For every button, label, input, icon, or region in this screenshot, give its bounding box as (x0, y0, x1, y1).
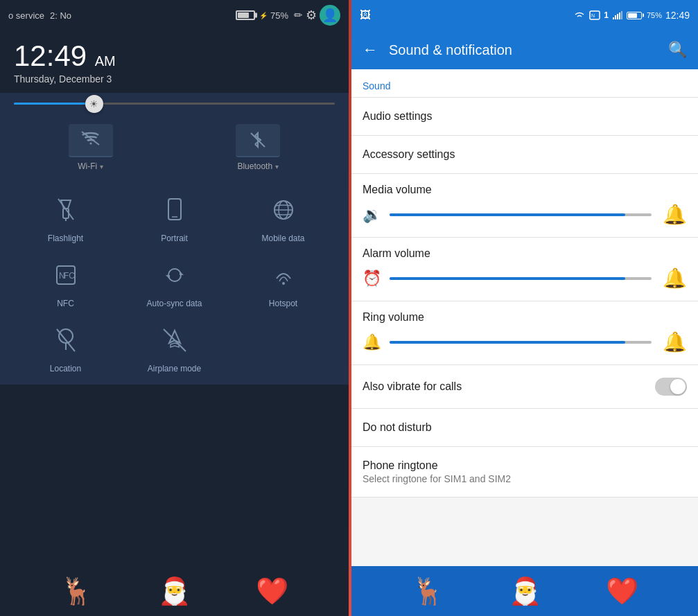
svg-marker-16 (166, 275, 170, 279)
media-volume-icon: 🔉 (363, 206, 381, 224)
date-display: Thursday, December 3 (14, 73, 335, 85)
portrait-label: Portrait (161, 234, 188, 243)
flashlight-item[interactable]: Flashlight (31, 192, 101, 243)
alarm-volume-icon: ⏰ (363, 270, 381, 288)
status-time-right: 12:49 (665, 10, 690, 21)
avatar[interactable]: 👤 (320, 5, 340, 26)
wifi-icon-box[interactable] (69, 124, 113, 157)
sim2-text: 2: No (50, 10, 71, 21)
pencil-icon: ✏ (294, 9, 303, 21)
status-right-icons: N 1 75% 12:49 (573, 10, 690, 21)
alarm-volume-track[interactable] (390, 277, 652, 280)
nfc-item[interactable]: N FC NFC (31, 257, 101, 308)
battery-white: 75% (627, 11, 662, 19)
audio-settings-item[interactable]: Audio settings (351, 98, 698, 136)
location-item[interactable]: Location (31, 322, 101, 373)
search-button[interactable]: 🔍 (668, 41, 687, 59)
brightness-thumb[interactable]: ☀ (85, 95, 103, 113)
nfc-icon: N FC (48, 257, 84, 293)
svg-point-0 (89, 143, 91, 145)
mobile-data-item[interactable]: Mobile data (249, 192, 318, 243)
battery-fill (238, 12, 250, 18)
ring-volume-item: Ring volume 🔔 🔔 (351, 301, 698, 365)
phone-ringtone-item[interactable]: Phone ringtone Select ringtone for SIM1 … (351, 447, 698, 498)
brightness-slider[interactable]: ☀ (14, 103, 335, 105)
hotspot-item[interactable]: Hotspot (249, 257, 318, 308)
ring-volume-icon: 🔔 (363, 333, 381, 351)
svg-rect-26 (619, 12, 620, 19)
wifi-off-icon (80, 130, 101, 150)
accessory-settings-item[interactable]: Accessory settings (351, 136, 698, 174)
brightness-track[interactable]: ☀ (14, 103, 335, 105)
service-text: o service (8, 10, 44, 21)
media-volume-title: Media volume (363, 184, 687, 196)
ring-bell-emoji: 🔔 (663, 331, 687, 353)
battery-fill-white (628, 13, 638, 18)
dock-emoji-1[interactable]: 🦌 (60, 576, 93, 606)
ring-volume-fill (390, 341, 625, 344)
location-label: Location (50, 364, 81, 373)
dock-right-emoji-1[interactable]: 🦌 (412, 576, 444, 606)
vibrate-toggle-switch[interactable] (655, 378, 687, 396)
media-volume-track[interactable] (390, 213, 652, 216)
bluetooth-label-row: Bluetooth ▾ (237, 161, 279, 171)
vibrate-toggle-thumb (670, 379, 686, 394)
svg-rect-27 (621, 11, 622, 19)
left-panel: o service 2: No ⚡ 75% ✏ ⚙ 👤 12:49 AM Thu… (0, 0, 349, 616)
flashlight-label: Flashlight (48, 234, 83, 243)
wifi-label: Wi-Fi (78, 161, 97, 171)
svg-point-17 (282, 282, 285, 285)
dock-emoji-3[interactable]: ❤️ (256, 576, 288, 606)
bottom-dock-right: 🦌 🎅 ❤️ (351, 566, 698, 616)
accessory-settings-title: Accessory settings (363, 148, 687, 161)
mobile-data-icon (265, 192, 302, 228)
toggle-row-1: Wi-Fi ▾ Bluetooth ▾ (0, 120, 349, 175)
bluetooth-toggle[interactable]: Bluetooth ▾ (220, 124, 296, 171)
ring-volume-track[interactable] (390, 341, 652, 344)
alarm-volume-fill (390, 277, 625, 280)
svg-line-20 (164, 329, 186, 351)
airplane-label: Airplane mode (148, 364, 201, 373)
svg-rect-23 (613, 17, 614, 19)
nfc-status-icon: N (589, 10, 600, 20)
wifi-label-row: Wi-Fi ▾ (78, 161, 103, 171)
signal-icon (612, 10, 623, 20)
battery-indicator: ⚡ 75% ✏ ⚙ 👤 (236, 5, 340, 26)
auto-sync-item[interactable]: Auto-sync data (140, 257, 209, 308)
bluetooth-icon-box[interactable] (236, 124, 280, 157)
dock-emoji-2[interactable]: 🎅 (158, 576, 191, 606)
audio-settings-title: Audio settings (363, 110, 687, 123)
quick-settings-grid: Flashlight Portrait (0, 181, 349, 385)
sim-indicator: 1 (604, 10, 609, 20)
airplane-item[interactable]: Airplane mode (140, 322, 209, 373)
back-button[interactable]: ← (363, 41, 378, 59)
portrait-icon (157, 192, 193, 228)
phone-ringtone-subtitle: Select ringtone for SIM1 and SIM2 (363, 473, 687, 484)
alarm-volume-title: Alarm volume (363, 247, 687, 260)
do-not-disturb-item[interactable]: Do not disturb (351, 409, 698, 447)
wifi-toggle[interactable]: Wi-Fi ▾ (53, 124, 129, 171)
do-not-disturb-title: Do not disturb (363, 421, 687, 434)
wifi-chevron-icon: ▾ (100, 163, 103, 170)
auto-sync-label: Auto-sync data (146, 299, 202, 308)
nfc-label: NFC (57, 299, 74, 308)
wifi-status-icon (573, 10, 586, 20)
svg-text:FC: FC (64, 271, 75, 281)
brightness-fill (14, 103, 94, 105)
portrait-item[interactable]: Portrait (140, 192, 209, 243)
alarm-volume-row: ⏰ 🔔 (363, 267, 687, 290)
ring-volume-row: 🔔 🔔 (363, 331, 687, 353)
svg-rect-25 (617, 14, 618, 19)
hotspot-icon (265, 257, 302, 293)
battery-box-white (627, 12, 642, 19)
gear-icon[interactable]: ⚙ (306, 8, 317, 23)
bluetooth-chevron-icon: ▾ (275, 163, 279, 170)
vibrate-toggle-title: Also vibrate for calls (363, 380, 462, 393)
app-bar-title: Sound & notification (389, 42, 657, 58)
dock-right-emoji-2[interactable]: 🎅 (509, 576, 541, 606)
vibrate-toggle-item[interactable]: Also vibrate for calls (351, 365, 698, 409)
phone-ringtone-title: Phone ringtone (363, 459, 687, 472)
dock-right-emoji-3[interactable]: ❤️ (606, 576, 638, 606)
svg-line-6 (58, 199, 73, 220)
time-display: 12:49 AM (14, 42, 335, 71)
